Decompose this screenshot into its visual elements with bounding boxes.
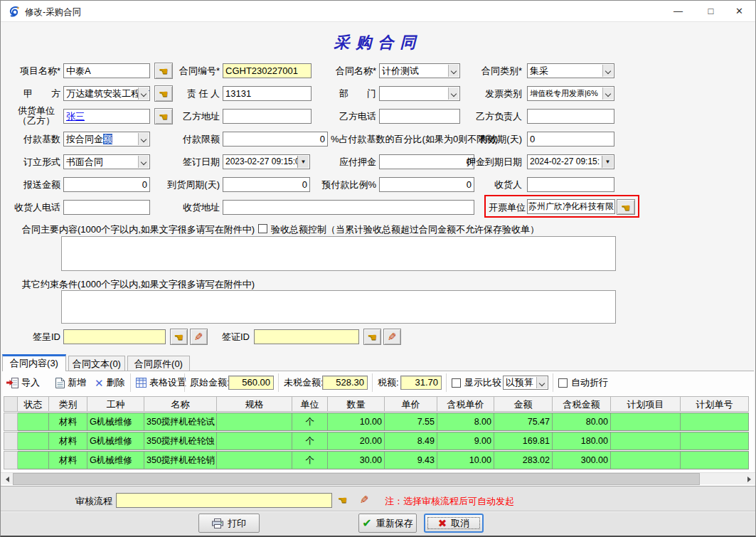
receiver-input[interactable] — [527, 177, 614, 192]
show-compare-checkbox[interactable] — [452, 378, 461, 388]
review-flow-input[interactable] — [116, 493, 332, 508]
party-b-address-input[interactable] — [223, 109, 312, 124]
chevron-down-icon[interactable] — [602, 65, 613, 77]
show-compare-label[interactable]: 显示比较 — [464, 376, 501, 390]
contract-no-input[interactable]: CGHT230227001 — [223, 63, 312, 78]
qianzheng-picker-button[interactable]: ☚ — [363, 329, 381, 345]
add-row-button[interactable]: 新增 — [55, 376, 86, 390]
auto-wrap-label[interactable]: 自动折行 — [571, 376, 608, 390]
table-settings-button[interactable]: 表格设置 — [136, 376, 186, 390]
original-amount-value: 560.00 — [228, 376, 274, 390]
scrollbar-thumb[interactable] — [13, 473, 700, 485]
chevron-down-icon[interactable] — [138, 156, 149, 168]
toolbar-separator — [130, 373, 131, 392]
resave-button[interactable]: ✔ 重新保存 — [358, 514, 417, 533]
qiancheng-picker-button[interactable]: ☚ — [170, 329, 188, 345]
chevron-down-icon[interactable] — [138, 87, 149, 100]
contract-name-select[interactable]: 计价测试 — [379, 63, 460, 78]
qiancheng-edit-button[interactable]: ✎ — [190, 329, 208, 345]
qianzheng-edit-button[interactable]: ✎ — [383, 329, 401, 345]
minimize-button[interactable]: — — [662, 1, 694, 22]
main-content-label: 合同主要内容(1000个字以内,如果文字很多请写在附件中) — [22, 223, 255, 235]
supplier-input[interactable]: 张三 — [63, 109, 150, 124]
form-type-select[interactable]: 书面合同 — [63, 154, 150, 169]
horizontal-scrollbar[interactable] — [1, 472, 755, 484]
main-content-textarea[interactable] — [61, 236, 616, 271]
print-button[interactable]: 打印 — [198, 514, 260, 533]
chevron-down-icon[interactable] — [138, 133, 149, 145]
row-indicator-header — [4, 396, 18, 412]
table-row[interactable]: 材料 G机械维修 350搅拌机砼轮蚀 个 20.00 8.49 9.00 169… — [4, 432, 749, 450]
acceptance-control-label[interactable]: 验收总额控制（当累计验收总额超过合同金额不允许保存验收单） — [271, 223, 539, 235]
row-indicator[interactable] — [4, 432, 18, 450]
invoice-unit-picker-button[interactable]: ☚ — [617, 199, 635, 215]
receive-address-input[interactable] — [223, 200, 474, 215]
auto-wrap-checkbox[interactable] — [558, 378, 568, 388]
scroll-right-button[interactable] — [743, 473, 755, 485]
col-price-tax: 含税单价 — [437, 396, 494, 412]
calendar-dropdown-button[interactable]: ▼ — [297, 156, 309, 168]
col-price: 单价 — [385, 396, 437, 412]
tax-amount-value: 31.70 — [400, 376, 442, 390]
tab-contract-text[interactable]: 合同文本(0) — [68, 356, 125, 371]
table-header-row: 状态 类别 工种 名称 规格 单位 数量 单价 含税单价 金额 含税金额 计划项… — [4, 396, 749, 412]
report-amount-input[interactable]: 0 — [63, 177, 150, 192]
department-label: 部 门 — [314, 87, 376, 100]
toolbar-separator — [372, 373, 373, 392]
tab-contract-original[interactable]: 合同原件(0) — [127, 356, 190, 371]
maximize-button[interactable]: □ — [695, 1, 727, 22]
project-name-input[interactable]: 中泰A — [63, 63, 150, 78]
delivery-cycle-input[interactable]: 0 — [223, 177, 310, 192]
table-row[interactable]: 材料 G机械维修 350搅拌机砼轮销 个 30.00 9.43 10.00 28… — [4, 451, 749, 469]
receive-address-label: 收货地址 — [157, 201, 220, 213]
sign-date-picker[interactable]: 2023-02-27 09:15:0▼ — [223, 154, 310, 169]
title-bar[interactable]: 修改-采购合同 — □ ✕ — [1, 1, 755, 22]
payment-limit-input[interactable]: 0 — [223, 132, 328, 147]
col-qty: 数量 — [328, 396, 385, 412]
import-button[interactable]: 导入 — [6, 376, 40, 390]
compare-mode-select[interactable]: 以预算 — [503, 376, 548, 390]
tab-contract-content[interactable]: 合同内容(3) — [2, 354, 66, 371]
form-type-label: 订立形式 — [6, 156, 60, 168]
row-indicator[interactable] — [4, 451, 18, 469]
responsible-input[interactable]: 13131 — [223, 86, 312, 101]
party-b-manager-label: 乙方负责人 — [456, 110, 522, 122]
untaxed-amount-value: 528.30 — [322, 376, 368, 390]
toolbar-separator — [184, 373, 185, 392]
chevron-down-icon[interactable] — [602, 87, 613, 100]
contract-type-select[interactable]: 集采 — [527, 63, 614, 78]
prepay-ratio-label: 预付款比例% — [314, 179, 376, 191]
acceptance-control-checkbox[interactable] — [258, 224, 267, 233]
deposit-due-picker[interactable]: 2024-02-27 09:15:▼ — [527, 154, 614, 169]
qianzheng-id-input[interactable] — [254, 329, 359, 344]
col-spec: 规格 — [217, 396, 292, 412]
invoice-type-label: 发票类别 — [456, 87, 522, 100]
other-terms-label: 其它约束条件(1000个字以内,如果文字很多请写在附件中) — [22, 278, 255, 290]
cancel-button[interactable]: ✖ 取消 — [424, 514, 484, 533]
valid-days-label: 有效期(天) — [456, 133, 522, 145]
chevron-down-icon[interactable] — [536, 377, 547, 388]
table-row[interactable]: 材料 G机械维修 350搅拌机砼轮试 个 10.00 7.55 8.00 75.… — [4, 413, 749, 431]
receiver-phone-input[interactable] — [63, 200, 150, 215]
valid-days-input[interactable]: 0 — [527, 132, 614, 147]
untaxed-amount-label: 未税金额: — [284, 376, 324, 390]
payment-base-select[interactable]: 按合同金额 — [63, 132, 150, 147]
app-logo-icon — [9, 6, 21, 18]
department-select[interactable] — [379, 86, 460, 101]
review-flow-edit-icon[interactable]: ✎ — [360, 494, 369, 505]
review-flow-picker-icon[interactable]: ☚ — [338, 494, 347, 505]
contract-no-label: 合同编号* — [157, 65, 220, 77]
party-b-phone-input[interactable] — [379, 109, 460, 124]
scroll-left-button[interactable] — [1, 473, 13, 485]
party-a-select[interactable]: 万达建筑安装工程有 — [63, 86, 150, 101]
delete-row-button[interactable]: ✕ 删除 — [95, 376, 125, 390]
close-button[interactable]: ✕ — [723, 1, 755, 22]
other-terms-textarea[interactable] — [61, 290, 616, 324]
row-indicator[interactable] — [4, 413, 18, 431]
party-b-manager-input[interactable] — [527, 109, 614, 124]
invoice-unit-input[interactable]: 苏州广欣净化科技有限 — [527, 199, 615, 214]
printer-icon — [212, 519, 223, 528]
qiancheng-id-input[interactable] — [63, 329, 166, 344]
invoice-type-select[interactable]: 增值税专用发票|6% — [527, 86, 614, 101]
calendar-dropdown-button[interactable]: ▼ — [602, 156, 613, 168]
